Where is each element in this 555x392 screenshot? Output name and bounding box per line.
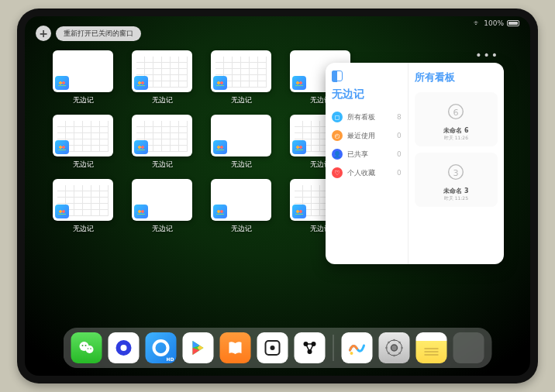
svg-text:3: 3 <box>453 168 459 178</box>
app-tile[interactable]: 无边记 <box>132 115 192 170</box>
app-tile[interactable]: 无边记 <box>211 115 271 170</box>
dock-app-connect[interactable] <box>295 332 326 363</box>
app-tile[interactable]: 无边记 <box>132 179 192 234</box>
svg-point-8 <box>88 348 89 349</box>
tile-thumbnail <box>53 115 113 156</box>
panel-content: 所有看板 6未命名 6昨天 11:263未命名 3昨天 11:25 <box>408 63 504 264</box>
row-label: 最近使用 <box>347 131 375 141</box>
row-icon: ♡ <box>332 167 343 178</box>
sidebar-item[interactable]: ◻所有看板8 <box>332 108 402 126</box>
app-tile[interactable]: 无边记 <box>211 50 271 105</box>
tile-label: 无边记 <box>231 224 252 234</box>
row-icon: ◻ <box>332 112 343 122</box>
row-label: 个人收藏 <box>347 168 375 178</box>
tile-label: 无边记 <box>231 95 252 105</box>
row-count: 0 <box>397 169 402 177</box>
row-icon: ◴ <box>332 130 343 141</box>
dock-app-settings[interactable] <box>379 332 410 363</box>
dock-app-quark[interactable] <box>109 332 140 363</box>
svg-point-22 <box>393 355 395 357</box>
dock-app-dice[interactable] <box>257 332 288 363</box>
panel-sidebar: 无边记 ◻所有看板8◴最近使用0👤已共享0♡个人收藏0 <box>326 63 408 264</box>
app-tile[interactable]: 无边记 <box>211 179 271 234</box>
row-count: 0 <box>397 150 402 158</box>
svg-point-21 <box>393 339 395 342</box>
tile-label: 无边记 <box>73 95 94 105</box>
board-item[interactable]: 3未命名 3昨天 11:25 <box>415 153 498 207</box>
battery-text: 100% <box>484 19 504 27</box>
app-tile[interactable]: 无边记 <box>53 50 113 105</box>
row-count: 8 <box>397 113 402 121</box>
svg-point-9 <box>90 348 91 349</box>
app-tile[interactable]: 无边记 <box>53 179 113 234</box>
app-tiles-grid: 无边记无边记无边记无边记无边记无边记无边记无边记无边记无边记无边记无边记 <box>53 50 350 234</box>
app-tile[interactable]: 无边记 <box>132 50 192 105</box>
svg-point-14 <box>271 346 275 350</box>
svg-point-11 <box>121 345 127 351</box>
freeform-icon <box>292 76 306 90</box>
row-icon: 👤 <box>332 149 343 160</box>
freeform-icon <box>134 76 148 90</box>
battery-icon <box>507 20 519 26</box>
svg-point-23 <box>385 347 388 349</box>
panel-title: 无边记 <box>332 88 402 101</box>
board-sketch: 6 <box>419 97 493 126</box>
freeform-icon <box>134 140 148 154</box>
tile-thumbnail <box>132 50 192 92</box>
dock-app-freeform[interactable] <box>342 332 373 363</box>
tile-label: 无边记 <box>73 224 94 234</box>
more-icon[interactable]: ••• <box>475 49 499 61</box>
new-window-button[interactable]: + <box>36 26 51 41</box>
row-label: 已共享 <box>347 150 368 160</box>
freeform-panel[interactable]: ••• 无边记 ◻所有看板8◴最近使用0👤已共享0♡个人收藏0 所有看板 6未命… <box>326 63 504 264</box>
tile-label: 无边记 <box>152 160 173 170</box>
dock-app-folder[interactable] <box>453 332 484 363</box>
sidebar-item[interactable]: 👤已共享0 <box>332 145 402 163</box>
dock-app-notes[interactable] <box>416 332 447 363</box>
tile-label: 无边记 <box>152 224 173 234</box>
tile-thumbnail <box>211 115 271 156</box>
sidebar-item[interactable]: ♡个人收藏0 <box>332 163 402 182</box>
board-sketch: 3 <box>419 157 493 187</box>
tile-thumbnail <box>211 50 271 92</box>
dock-separator <box>333 335 334 361</box>
freeform-icon <box>134 205 148 218</box>
dock-app-play[interactable] <box>183 332 214 363</box>
svg-point-24 <box>401 347 403 349</box>
tile-thumbnail <box>132 115 192 156</box>
app-tile[interactable]: 无边记 <box>53 115 113 170</box>
freeform-icon <box>55 76 69 90</box>
tile-label: 无边记 <box>73 160 94 170</box>
board-item[interactable]: 6未命名 6昨天 11:26 <box>415 92 498 146</box>
tile-thumbnail <box>53 179 113 221</box>
dock-app-qqbrowser[interactable]: HD <box>146 332 177 363</box>
dock-app-books[interactable] <box>220 332 251 363</box>
panel-right-title: 所有看板 <box>415 70 498 84</box>
tile-thumbnail <box>53 50 113 92</box>
board-name: 未命名 3 <box>419 187 493 195</box>
svg-point-27 <box>388 352 390 355</box>
tile-thumbnail <box>132 179 192 221</box>
top-bar: + 重新打开已关闭的窗口 <box>36 26 141 41</box>
board-name: 未命名 6 <box>419 126 493 135</box>
svg-point-5 <box>86 346 94 353</box>
sidebar-item[interactable]: ◴最近使用0 <box>332 126 402 145</box>
svg-point-18 <box>350 352 353 355</box>
dock-app-wechat[interactable] <box>71 332 102 363</box>
reopen-closed-window-button[interactable]: 重新打开已关闭的窗口 <box>56 26 141 41</box>
status-bar: ᯤ 100% <box>474 19 519 27</box>
tile-thumbnail <box>211 179 271 221</box>
freeform-icon <box>55 205 69 218</box>
sidebar-icon <box>332 70 343 81</box>
svg-point-26 <box>398 342 401 344</box>
row-count: 0 <box>397 132 402 139</box>
svg-point-7 <box>85 345 87 346</box>
svg-point-6 <box>82 345 84 346</box>
row-label: 所有看板 <box>347 112 375 122</box>
svg-point-20 <box>391 345 398 351</box>
board-sub: 昨天 11:26 <box>419 135 493 142</box>
svg-point-25 <box>388 342 390 344</box>
freeform-icon <box>213 76 227 90</box>
freeform-icon <box>292 205 306 218</box>
tile-label: 无边记 <box>231 160 252 170</box>
